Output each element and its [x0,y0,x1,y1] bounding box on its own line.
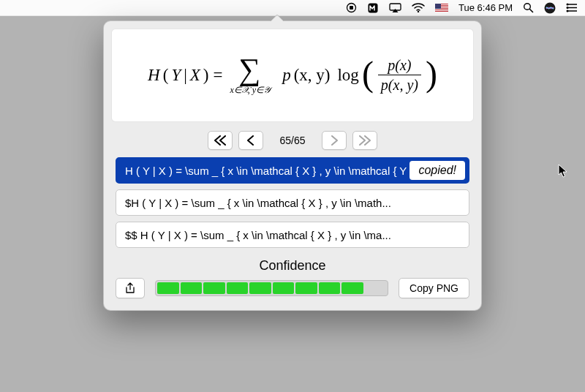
math-p1: p [282,66,291,85]
input-source-flag[interactable] [435,0,448,16]
latex-row-text: $H ( Y | X ) = \sum _ { x \in \mathcal {… [125,197,460,209]
popover-arrow [269,14,284,21]
math-eq: = [212,66,224,85]
sum-subscript: x∈𝒳, y∈𝒴 [230,86,270,94]
share-button[interactable] [116,278,145,298]
menubar-clock[interactable]: Tue 6:46 PM [458,0,513,16]
svg-point-13 [567,10,569,12]
next-button[interactable] [322,131,347,150]
sum-operator: ∑ x∈𝒳, y∈𝒴 [227,56,273,94]
svg-line-6 [530,10,533,12]
frac-den: p(x, y) [378,75,421,93]
svg-point-12 [567,7,569,9]
confidence-segment [181,282,203,294]
wifi-icon[interactable] [412,0,425,16]
math-y: Y [171,66,181,85]
last-button[interactable] [352,131,377,150]
latex-results: H ( Y | X ) = \sum _ { x \in \mathcal { … [104,157,481,254]
rendered-formula: H ( Y | X ) = ∑ x∈𝒳, y∈𝒴 p (x, y) log ( … [148,56,437,94]
frac-num: p(x) [385,57,414,75]
confidence-label: Confidence [104,254,481,278]
confidence-segment [365,282,387,294]
copied-toast: copied! [410,161,465,180]
first-button[interactable] [208,131,233,150]
math-log: log [337,66,358,85]
math-p1-args: (x, y) [294,66,331,85]
macos-menubar: Tue 6:46 PM [0,0,585,16]
copy-png-button[interactable]: Copy PNG [399,278,469,298]
confidence-segment [227,282,249,294]
notification-center-icon[interactable] [566,0,578,16]
math-x: X [190,66,200,85]
airplay-icon[interactable] [389,0,401,16]
svg-point-11 [567,4,569,6]
math-h: H [148,66,160,85]
mathpix-popover: H ( Y | X ) = ∑ x∈𝒳, y∈𝒴 p (x, y) log ( … [103,20,482,311]
svg-point-4 [418,11,419,12]
mouse-cursor [558,164,568,181]
spotlight-icon[interactable] [523,0,534,16]
latex-row-display[interactable]: $$ H ( Y | X ) = \sum _ { x \in \mathcal… [116,222,469,248]
confidence-segment [341,282,363,294]
prev-button[interactable] [238,131,263,150]
confidence-segment [319,282,341,294]
rendered-formula-area: H ( Y | X ) = ∑ x∈𝒳, y∈𝒴 p (x, y) log ( … [111,29,474,122]
record-icon[interactable] [346,0,357,16]
confidence-segment [273,282,295,294]
page-counter: 65/65 [269,135,316,146]
confidence-segment [203,282,225,294]
latex-row-plain[interactable]: H ( Y | X ) = \sum _ { x \in \mathcal { … [116,157,469,184]
popover-footer: Copy PNG [104,278,481,310]
confidence-meter [155,280,388,296]
latex-row-inline[interactable]: $H ( Y | X ) = \sum _ { x \in \mathcal {… [116,189,469,216]
confidence-segment [157,282,179,294]
svg-rect-1 [350,6,353,10]
mathpix-menubar-icon[interactable] [367,0,379,16]
history-pager: 65/65 [104,128,481,157]
confidence-segment [295,282,317,294]
siri-icon[interactable] [544,0,556,16]
math-fraction: p(x) p(x, y) [377,57,423,93]
latex-row-text: $$ H ( Y | X ) = \sum _ { x \in \mathcal… [125,229,460,241]
confidence-segment [249,282,271,294]
math-bar: | [184,66,187,85]
